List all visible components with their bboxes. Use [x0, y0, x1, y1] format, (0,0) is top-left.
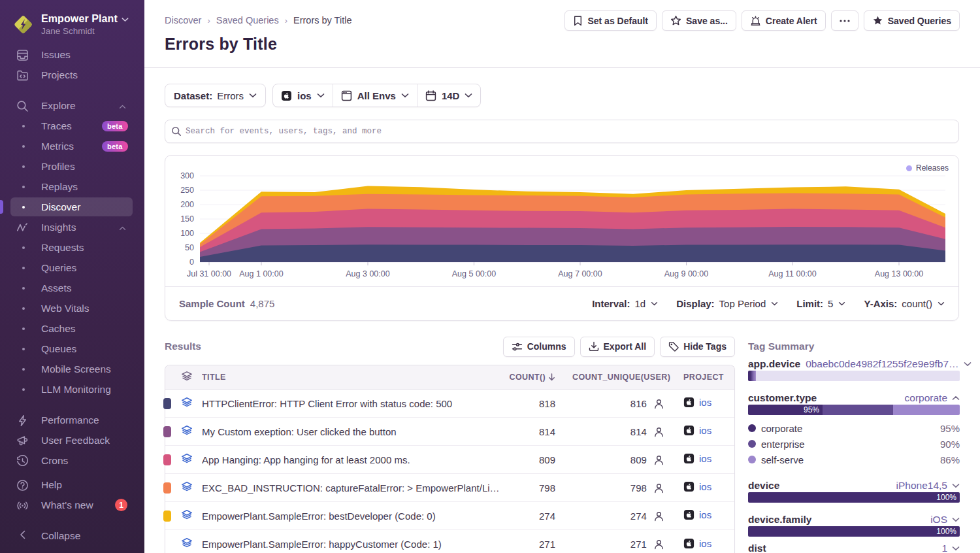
svg-text:Aug 7 00:00: Aug 7 00:00	[558, 269, 602, 278]
svg-text:300: 300	[180, 171, 194, 180]
svg-text:0: 0	[189, 258, 194, 267]
svg-text:100: 100	[180, 229, 194, 238]
svg-text:50: 50	[185, 243, 194, 252]
svg-text:Aug 3 00:00: Aug 3 00:00	[346, 269, 389, 278]
svg-text:Aug 9 00:00: Aug 9 00:00	[664, 269, 708, 278]
svg-text:Aug 5 00:00: Aug 5 00:00	[452, 269, 496, 278]
svg-text:250: 250	[180, 186, 194, 195]
svg-text:200: 200	[180, 200, 194, 209]
svg-text:Aug 1 00:00: Aug 1 00:00	[239, 269, 283, 278]
svg-text:150: 150	[180, 214, 194, 224]
svg-text:Jul 31 00:00: Jul 31 00:00	[187, 269, 231, 278]
svg-text:Aug 11 00:00: Aug 11 00:00	[768, 269, 816, 278]
svg-text:Aug 13 00:00: Aug 13 00:00	[875, 269, 923, 278]
